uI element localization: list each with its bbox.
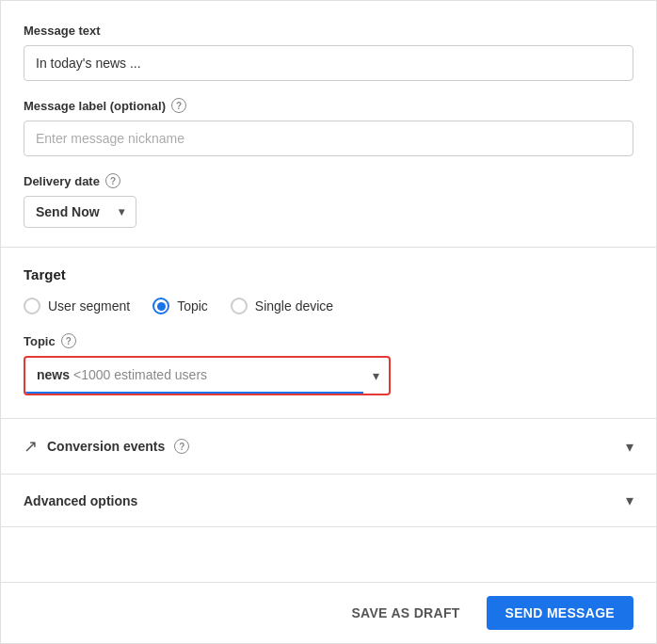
radio-topic-label: Topic	[177, 298, 208, 314]
target-radio-group: User segment Topic Single device	[24, 298, 633, 314]
message-label-label: Message label (optional) ?	[24, 98, 633, 113]
radio-topic-circle	[152, 298, 169, 314]
target-section: Target User segment Topic Single device …	[1, 248, 656, 419]
save-as-draft-button[interactable]: SAVE AS DRAFT	[336, 596, 474, 630]
topic-estimated: <1000 estimated users	[73, 367, 207, 382]
topic-select-arrow-icon: ▾	[363, 368, 389, 383]
advanced-options-chevron-icon: ▾	[626, 491, 633, 509]
radio-user-segment[interactable]: User segment	[24, 298, 130, 314]
conversion-events-title: Conversion events	[47, 439, 165, 454]
radio-user-segment-label: User segment	[48, 298, 130, 314]
advanced-options-title: Advanced options	[24, 493, 137, 508]
message-label-input[interactable]	[24, 121, 633, 156]
conversion-events-help-icon[interactable]: ?	[174, 439, 189, 454]
topic-display: news <1000 estimated users	[25, 358, 363, 394]
delivery-date-dropdown[interactable]: Send Now ▾	[24, 196, 136, 228]
target-title: Target	[24, 266, 633, 282]
conversion-events-section[interactable]: ↗ Conversion events ? ▾	[1, 419, 656, 475]
topic-select-wrapper[interactable]: news <1000 estimated users ▾	[24, 356, 391, 395]
message-text-label: Message text	[24, 24, 633, 38]
topic-help-icon[interactable]: ?	[61, 333, 76, 348]
delivery-chevron-icon: ▾	[119, 205, 124, 218]
delivery-option-label: Send Now	[36, 204, 100, 219]
message-label-help-icon[interactable]: ?	[171, 98, 186, 113]
radio-single-device-label: Single device	[255, 298, 333, 314]
radio-single-device[interactable]: Single device	[231, 298, 333, 314]
message-text-input[interactable]	[24, 45, 633, 81]
topic-value: news	[37, 367, 70, 382]
advanced-options-section[interactable]: Advanced options ▾	[1, 475, 656, 527]
radio-user-segment-circle	[24, 298, 40, 314]
topic-label: Topic ?	[24, 333, 633, 348]
footer: SAVE AS DRAFT SEND MESSAGE	[1, 582, 656, 643]
send-message-button[interactable]: SEND MESSAGE	[487, 596, 633, 630]
radio-topic[interactable]: Topic	[152, 298, 208, 314]
conversion-events-chevron-icon: ▾	[626, 438, 633, 456]
delivery-date-label: Delivery date ?	[24, 173, 633, 188]
conversion-events-icon: ↗	[24, 436, 38, 457]
delivery-date-help-icon[interactable]: ?	[105, 173, 120, 188]
radio-single-device-circle	[231, 298, 248, 314]
